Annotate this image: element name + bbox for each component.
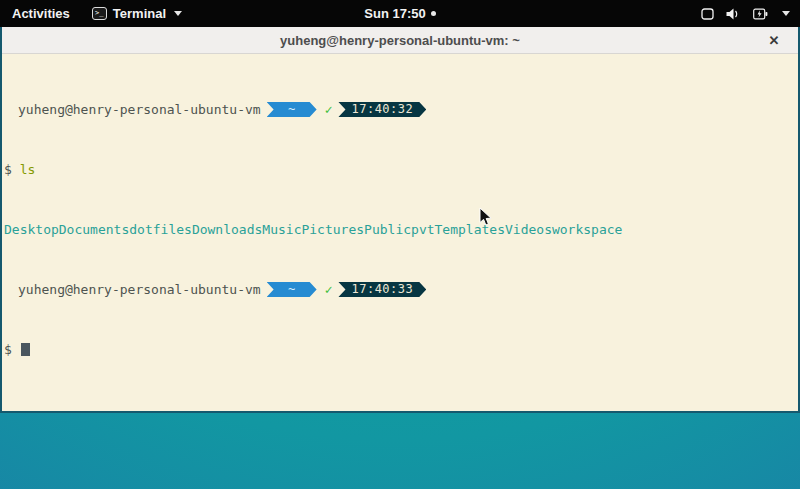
battery-charging-icon [753, 8, 768, 20]
prompt-user-host: yuheng@henry-personal-ubuntu-vm [18, 282, 261, 297]
top-bar: Activities >_ Terminal Sun 17:50 [0, 0, 800, 27]
app-menu-terminal[interactable]: >_ Terminal [82, 0, 192, 27]
clock-label: Sun 17:50 [364, 6, 425, 21]
terminal-window: yuheng@henry-personal-ubuntu-vm: ~ ✕ yuh… [0, 27, 800, 413]
prompt-time-segment: 17:40:33 [338, 282, 426, 297]
directory-entry: Documents [59, 222, 129, 237]
notification-dot-icon [431, 11, 436, 16]
directory-entry: dotfiles [129, 222, 192, 237]
system-status-area[interactable] [701, 0, 800, 27]
prompt-path-segment: ~ [267, 102, 317, 117]
chevron-down-icon [782, 11, 790, 16]
activities-button[interactable]: Activities [0, 0, 82, 27]
display-icon [701, 8, 714, 20]
directory-entry: Music [262, 222, 301, 237]
prompt-symbol: $ [4, 162, 20, 177]
status-check-icon: ✓ [325, 282, 333, 297]
directory-entry: Templates [435, 222, 505, 237]
prompt-time-segment: 17:40:32 [338, 102, 426, 117]
prompt-user-host: yuheng@henry-personal-ubuntu-vm [18, 102, 261, 117]
directory-entry: Pictures [301, 222, 364, 237]
prompt-line-2: yuheng@henry-personal-ubuntu-vm~✓17:40:3… [4, 282, 796, 297]
directory-entry: Videos [505, 222, 552, 237]
window-title: yuheng@henry-personal-ubuntu-vm: ~ [280, 33, 520, 48]
terminal-cursor [21, 343, 30, 356]
terminal-app-icon: >_ [92, 7, 107, 20]
command-text: ls [20, 162, 36, 177]
close-button[interactable]: ✕ [762, 27, 786, 53]
prompt-symbol: $ [4, 342, 20, 357]
ls-output-line: Desktop Documents dotfiles Downloads Mus… [4, 222, 796, 237]
prompt-line-1: yuheng@henry-personal-ubuntu-vm~✓17:40:3… [4, 102, 796, 117]
current-prompt-line: $ [4, 342, 796, 357]
volume-icon [726, 8, 741, 20]
prompt-path-segment: ~ [267, 282, 317, 297]
directory-entry: Public [364, 222, 411, 237]
terminal-content[interactable]: yuheng@henry-personal-ubuntu-vm~✓17:40:3… [2, 54, 798, 409]
dropdown-arrow-icon [174, 11, 182, 16]
directory-entry: Desktop [4, 222, 59, 237]
activities-label: Activities [12, 6, 70, 21]
app-menu-label: Terminal [113, 6, 166, 21]
directory-entry: workspace [552, 222, 622, 237]
directory-entry: Downloads [192, 222, 262, 237]
window-titlebar[interactable]: yuheng@henry-personal-ubuntu-vm: ~ ✕ [2, 27, 798, 54]
directory-entry: pvt [411, 222, 434, 237]
status-check-icon: ✓ [325, 102, 333, 117]
command-line: $ ls [4, 162, 796, 177]
